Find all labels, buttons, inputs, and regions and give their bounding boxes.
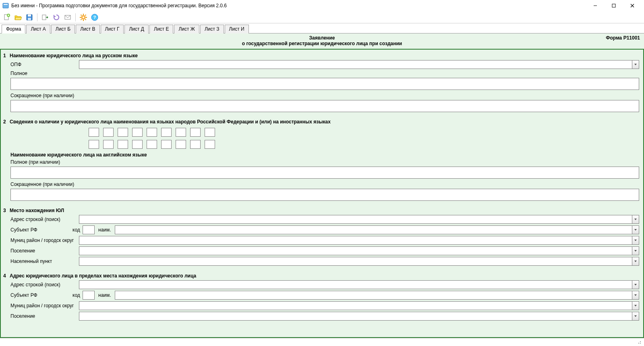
lang-check-2-6[interactable] — [161, 140, 172, 149]
settlement-dropdown-3[interactable] — [632, 246, 639, 255]
svg-rect-11 — [28, 15, 31, 17]
settlement-input-4[interactable] — [79, 312, 632, 321]
lang-check-1-4[interactable] — [132, 128, 143, 137]
form-heading-2: о государственной регистрации юридическо… — [3, 41, 641, 46]
section-2-title: Сведения о наличии у юридического лица н… — [10, 118, 331, 125]
maximize-button[interactable] — [605, 0, 623, 11]
status-bar — [0, 338, 644, 346]
lang-check-2-5[interactable] — [147, 140, 157, 149]
svg-line-20 — [81, 15, 82, 15]
tab-form[interactable]: Форма — [2, 25, 25, 33]
tab-list-a[interactable]: Лист А — [26, 25, 50, 33]
svg-text:?: ? — [93, 15, 96, 20]
section-1-title: Наименование юридического лица на русско… — [10, 52, 138, 58]
lang-check-1-6[interactable] — [161, 128, 172, 137]
svg-rect-27 — [640, 343, 641, 344]
opf-dropdown-button[interactable] — [632, 60, 639, 69]
settlement-combo-4[interactable] — [79, 312, 639, 321]
minimize-button[interactable] — [586, 0, 605, 11]
district-label-4: Муниц район / городск округ — [10, 303, 79, 308]
window-title: Без имени - Программа подготовки докумен… — [11, 3, 227, 8]
tab-list-z[interactable]: Лист З — [200, 25, 224, 33]
tab-list-g[interactable]: Лист Г — [101, 25, 124, 33]
section-4-number: 4 — [3, 272, 10, 279]
addr-search-combo-4[interactable] — [79, 280, 639, 289]
english-name-title: Наименование юридического лица на англий… — [3, 152, 639, 158]
addr-search-input-4[interactable] — [79, 280, 632, 289]
district-input-3[interactable] — [79, 236, 632, 245]
close-button[interactable] — [623, 0, 642, 11]
addr-search-combo-3[interactable] — [79, 215, 639, 224]
toolbar-separator — [37, 13, 37, 21]
settlement-label-4: Поселение — [10, 313, 79, 319]
lang-check-2-3[interactable] — [118, 140, 128, 149]
settlement-combo-3[interactable] — [79, 246, 639, 255]
tab-list-b[interactable]: Лист Б — [51, 25, 75, 33]
name-label-3: наим. — [95, 227, 115, 233]
settlement-input-3[interactable] — [79, 246, 632, 255]
tab-list-e[interactable]: Лист Е — [149, 25, 173, 33]
district-input-4[interactable] — [79, 301, 632, 310]
export-button[interactable] — [40, 12, 50, 23]
tab-list-v[interactable]: Лист В — [76, 25, 99, 33]
tab-list-d[interactable]: Лист Д — [124, 25, 149, 33]
district-combo-4[interactable] — [79, 301, 639, 310]
subject-name-dropdown-4[interactable] — [632, 291, 639, 300]
lang-check-2-1[interactable] — [89, 140, 99, 149]
subject-name-input-4[interactable] — [115, 291, 632, 300]
eng-full-input[interactable] — [10, 167, 639, 179]
lang-check-1-3[interactable] — [118, 128, 128, 137]
locality-label-3: Населенный пункт — [10, 258, 79, 264]
district-combo-3[interactable] — [79, 236, 639, 245]
form-body[interactable]: 1 Наименование юридического лица на русс… — [0, 49, 644, 338]
window-controls — [586, 0, 642, 11]
full-name-input[interactable] — [10, 78, 639, 90]
subject-code-input-3[interactable] — [83, 225, 95, 234]
lang-check-2-2[interactable] — [103, 140, 114, 149]
subject-name-dropdown-3[interactable] — [632, 225, 639, 234]
addr-search-dropdown-4[interactable] — [632, 280, 639, 289]
subject-name-input-3[interactable] — [115, 225, 632, 234]
subject-code-input-4[interactable] — [83, 291, 95, 300]
tab-list-i[interactable]: Лист И — [225, 25, 249, 33]
lang-check-1-1[interactable] — [89, 128, 99, 137]
lang-check-1-5[interactable] — [147, 128, 157, 137]
svg-point-24 — [83, 17, 84, 18]
new-document-button[interactable] — [2, 12, 12, 23]
subject-label-4: Субъект РФ — [10, 292, 70, 298]
opf-input[interactable] — [79, 60, 632, 69]
short-name-input[interactable] — [10, 100, 639, 112]
eng-short-input[interactable] — [10, 189, 639, 201]
subject-name-combo-3[interactable] — [115, 225, 639, 234]
resize-grip-icon[interactable] — [636, 339, 642, 346]
tab-list-zh[interactable]: Лист Ж — [174, 25, 199, 33]
addr-search-dropdown-3[interactable] — [632, 215, 639, 224]
eng-full-label: Полное (при наличии) — [10, 159, 60, 165]
district-dropdown-3[interactable] — [632, 236, 639, 245]
lang-check-2-4[interactable] — [132, 140, 143, 149]
save-button[interactable] — [24, 12, 35, 23]
locality-input-3[interactable] — [79, 257, 632, 266]
settlement-dropdown-4[interactable] — [632, 312, 639, 321]
svg-line-22 — [81, 19, 82, 20]
lang-check-1-2[interactable] — [103, 128, 114, 137]
mail-button[interactable] — [62, 12, 73, 23]
addr-search-input-3[interactable] — [79, 215, 632, 224]
lang-check-1-7[interactable] — [176, 128, 186, 137]
lang-check-2-7[interactable] — [176, 140, 186, 149]
lang-check-2-8[interactable] — [190, 140, 201, 149]
opf-combo[interactable] — [79, 60, 639, 69]
form-code: Форма Р11001 — [606, 35, 640, 41]
full-name-label: Полное — [10, 71, 79, 76]
locality-dropdown-3[interactable] — [632, 257, 639, 266]
subject-name-combo-4[interactable] — [115, 291, 639, 300]
district-dropdown-4[interactable] — [632, 301, 639, 310]
lang-check-1-9[interactable] — [205, 128, 215, 137]
locality-combo-3[interactable] — [79, 257, 639, 266]
settings-button[interactable] — [78, 12, 89, 23]
open-button[interactable] — [13, 12, 23, 23]
lang-check-2-9[interactable] — [205, 140, 215, 149]
refresh-button[interactable] — [51, 12, 62, 23]
help-button[interactable]: ? — [89, 12, 100, 23]
lang-check-1-8[interactable] — [190, 128, 201, 137]
